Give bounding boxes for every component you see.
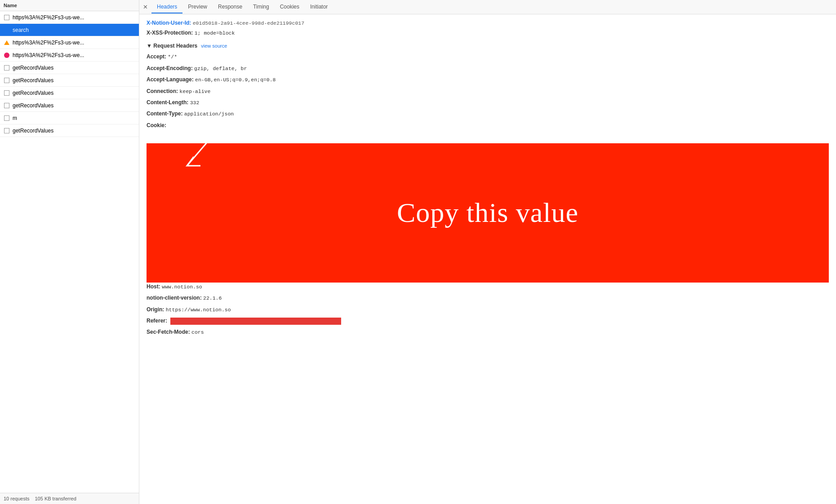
network-item-search[interactable]: search: [0, 24, 139, 36]
blue-square-icon: [4, 27, 10, 33]
white-square-icon: [4, 14, 10, 21]
connection-row: Connection: keep-alive: [147, 87, 829, 96]
gear-icon: [4, 52, 10, 58]
white-square-icon: [4, 128, 10, 134]
accept-language-row: Accept-Language: en-GB,en-US;q=0.9,en;q=…: [147, 75, 829, 84]
network-item[interactable]: https%3A%2F%2Fs3-us-we...: [0, 49, 139, 62]
network-item[interactable]: https%3A%2F%2Fs3-us-we...: [0, 36, 139, 49]
copy-value-overlay: Copy this value: [147, 143, 829, 283]
request-headers-section: ▼ Request Headers view source Accept: */…: [147, 43, 829, 130]
headers-content: X-Notion-User-Id: e01d5018-2a91-4cee-998…: [139, 14, 836, 504]
referer-row: Referer:: [147, 317, 829, 325]
xss-protection-row: X-XSS-Protection: 1; mode=block: [147, 29, 829, 37]
white-square-icon: [4, 65, 10, 71]
origin-row: Origin: https://www.notion.so: [147, 305, 829, 314]
referer-redacted-bar: [170, 318, 341, 325]
notion-user-id-key: X-Notion-User-Id:: [147, 20, 191, 26]
tab-cookies[interactable]: Cookies: [275, 1, 305, 13]
tab-response[interactable]: Response: [213, 1, 248, 13]
white-square-icon: [4, 102, 10, 109]
sec-fetch-mode-row: Sec-Fetch-Mode: cors: [147, 328, 829, 336]
view-source-link[interactable]: view source: [201, 43, 227, 49]
close-button[interactable]: ✕: [143, 4, 148, 10]
content-type-row: Content-Type: application/json: [147, 110, 829, 118]
requests-count: 10 requests: [4, 496, 29, 501]
tab-initiator[interactable]: Initiator: [305, 1, 333, 13]
xss-value: 1; mode=block: [195, 30, 235, 36]
white-square-icon: [4, 90, 10, 96]
network-item-name: https%3A%2F%2Fs3-us-we...: [13, 14, 84, 21]
network-item[interactable]: getRecordValues: [0, 74, 139, 87]
tab-preview[interactable]: Preview: [182, 1, 213, 13]
xss-key: X-XSS-Protection:: [147, 30, 193, 36]
notion-user-id-value: e01d5018-2a91-4cee-998d-ede21199c017: [193, 20, 304, 26]
host-row: Host: www.notion.so: [147, 283, 829, 291]
triangle-icon: [4, 40, 10, 46]
network-item[interactable]: m: [0, 112, 139, 124]
lower-headers: Host: www.notion.so notion-client-versio…: [147, 283, 829, 337]
detail-panel: ✕ Headers Preview Response Timing Cookie…: [139, 0, 836, 504]
network-item[interactable]: https%3A%2F%2Fs3-us-we...: [0, 11, 139, 24]
copy-this-value-text: Copy this value: [397, 197, 578, 229]
network-item-name: https%3A%2F%2Fs3-us-we...: [13, 52, 84, 58]
network-item[interactable]: getRecordValues: [0, 99, 139, 112]
network-item[interactable]: getRecordValues: [0, 124, 139, 137]
accept-encoding-row: Accept-Encoding: gzip, deflate, br: [147, 64, 829, 73]
white-square-icon: [4, 115, 10, 121]
notion-user-id-row: X-Notion-User-Id: e01d5018-2a91-4cee-998…: [147, 20, 829, 26]
cookie-row: Cookie:: [147, 121, 829, 130]
network-item-name: https%3A%2F%2Fs3-us-we...: [13, 40, 84, 46]
tab-headers[interactable]: Headers: [151, 1, 182, 13]
network-footer: 10 requests 105 KB transferred: [0, 493, 139, 504]
network-item[interactable]: getRecordValues: [0, 62, 139, 74]
network-items: https%3A%2F%2Fs3-us-we... search https%3…: [0, 11, 139, 137]
response-headers-top: X-Notion-User-Id: e01d5018-2a91-4cee-998…: [147, 20, 829, 37]
tab-timing[interactable]: Timing: [248, 1, 275, 13]
request-headers-title: ▼ Request Headers view source: [147, 43, 829, 49]
network-item[interactable]: getRecordValues: [0, 87, 139, 99]
network-list-header: Name: [0, 0, 139, 11]
accept-row: Accept: */*: [147, 53, 829, 61]
transferred-size: 105 KB transferred: [35, 496, 76, 501]
arrow-annotation: [173, 130, 227, 184]
content-length-row: Content-Length: 332: [147, 98, 829, 107]
annotation-area: Copy this value: [147, 130, 829, 283]
network-list: Name https%3A%2F%2Fs3-us-we... search: [0, 0, 139, 504]
white-square-icon: [4, 77, 10, 84]
notion-client-version-row: notion-client-version: 22.1.6: [147, 294, 829, 302]
network-item-name: search: [13, 27, 29, 33]
detail-tab-bar: ✕ Headers Preview Response Timing Cookie…: [139, 0, 836, 14]
